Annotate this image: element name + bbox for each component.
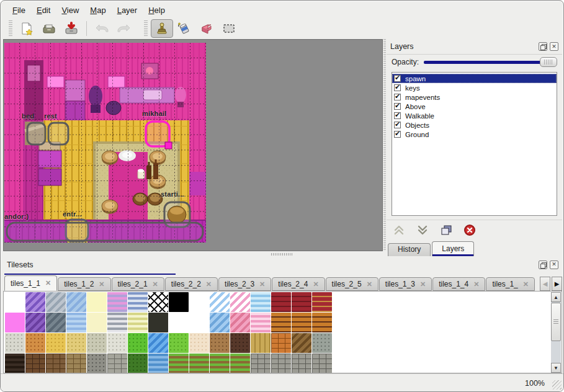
tile-0-15[interactable] [312,292,332,312]
tab-close-icon[interactable]: ✕ [45,279,51,287]
map-object-porch[interactable] [7,223,203,241]
horizontal-splitter[interactable] [3,252,383,257]
layer-visibility-checkbox[interactable] [394,103,401,110]
scroll-up-button[interactable]: ▲ [551,292,561,302]
layer-row-spawn[interactable]: spawn [392,74,557,83]
tile-0-1[interactable] [25,292,45,312]
tile-2-2[interactable] [46,333,66,353]
tileset-tab-tiles_2_4[interactable]: tiles_2_4✕ [272,277,325,291]
tile-1-9[interactable] [189,313,209,332]
tile-0-13[interactable] [271,292,291,312]
tile-1-1[interactable] [25,313,45,332]
layer-row-keys[interactable]: keys [392,83,557,92]
tile-1-11[interactable] [230,313,250,332]
map-object-mikhail[interactable] [146,122,172,149]
tile-1-8[interactable] [169,313,189,332]
tile-0-6[interactable] [128,292,148,312]
tile-2-3[interactable] [66,333,86,353]
tile-3-9[interactable] [189,354,209,373]
tab-close-icon[interactable]: ✕ [206,280,212,288]
new-file-button[interactable] [16,19,38,38]
tileset-tab-tiles_1_1[interactable]: tiles_1_1✕ [4,275,57,291]
tile-1-5[interactable] [107,313,127,332]
tab-close-icon[interactable]: ✕ [99,280,104,288]
map-object-bed[interactable] [27,123,45,145]
duplicate-layer-button[interactable] [439,223,454,238]
layer-row-Walkable[interactable]: Walkable [392,111,557,120]
layer-visibility-checkbox[interactable] [394,112,401,119]
stamp-tool-button[interactable] [151,19,173,38]
tile-0-11[interactable] [230,292,250,312]
redo-button[interactable] [113,19,135,38]
layer-row-Objects[interactable]: Objects [392,120,557,130]
tileset-tab-tiles_1_[interactable]: tiles_1_✕ [486,277,535,291]
menu-layer[interactable]: Layer [112,3,143,17]
tab-close-icon[interactable]: ✕ [313,280,318,288]
opacity-slider[interactable] [424,57,557,67]
layer-visibility-checkbox[interactable] [394,75,401,82]
tab-close-icon[interactable]: ✕ [259,280,265,288]
raise-layer-button[interactable] [392,223,406,238]
tile-2-7[interactable] [148,333,168,353]
tilesets-close-button[interactable]: ✕ [550,261,558,269]
tile-2-1[interactable] [25,333,45,353]
tilesets-float-button[interactable] [539,261,547,269]
menu-help[interactable]: Help [143,3,171,17]
tile-0-10[interactable] [210,292,230,312]
tile-2-6[interactable] [128,333,148,353]
fill-tool-button[interactable] [173,19,195,38]
resize-grip[interactable] [552,380,562,390]
tile-1-12[interactable] [251,313,271,332]
tab-close-icon[interactable]: ✕ [420,280,426,288]
tile-1-13[interactable] [271,313,291,332]
layer-row-Above[interactable]: Above [392,102,557,111]
tile-2-14[interactable] [292,333,311,353]
tile-1-4[interactable] [87,313,107,332]
tile-3-14[interactable] [292,354,311,373]
delete-layer-button[interactable] [462,223,477,238]
tile-2-11[interactable] [230,333,250,353]
tile-1-14[interactable] [292,313,311,332]
tile-3-5[interactable] [107,354,127,373]
tileset-tab-tiles_2_3[interactable]: tiles_2_3✕ [218,277,271,291]
dock-tab-layers[interactable]: Layers [432,241,474,256]
tile-1-6[interactable] [128,313,148,332]
tileset-view[interactable]: ▲ ▼ [3,291,562,373]
tile-0-14[interactable] [292,292,311,312]
tile-1-2[interactable] [46,313,66,332]
tile-1-0[interactable] [5,313,25,332]
layer-visibility-checkbox[interactable] [394,84,401,91]
undo-button[interactable] [91,19,113,38]
tab-close-icon[interactable]: ✕ [473,280,479,288]
tile-2-4[interactable] [87,333,107,353]
tile-3-3[interactable] [66,354,86,373]
layer-row-Ground[interactable]: Ground [392,130,557,139]
toolbar-grip-2[interactable] [144,20,148,37]
tileset-tab-tiles_1_3[interactable]: tiles_1_3✕ [379,277,432,291]
tile-1-15[interactable] [312,313,332,332]
tab-scroll-right-button[interactable]: ▶ [552,277,562,291]
tile-0-12[interactable] [251,292,271,312]
lower-layer-button[interactable] [415,223,430,238]
menu-file[interactable]: File [7,3,31,17]
layer-list[interactable]: spawnkeysmapeventsAboveWalkableObjectsGr… [392,72,557,216]
tile-3-11[interactable] [230,354,250,373]
tile-0-4[interactable] [87,292,107,312]
layer-row-mapevents[interactable]: mapevents [392,92,557,102]
tile-2-8[interactable] [169,333,189,353]
tile-2-9[interactable] [189,333,209,353]
tile-1-7[interactable] [148,313,168,332]
tile-2-5[interactable] [107,333,127,353]
tile-0-5[interactable] [107,292,127,312]
dock-tab-history[interactable]: History [388,243,431,256]
map-canvas[interactable]: bed rest mikhail andor:) entr... starti.… [4,43,206,243]
tile-0-0[interactable] [5,292,25,312]
tile-2-0[interactable] [5,333,25,353]
opacity-slider-handle[interactable] [540,57,557,67]
select-tool-button[interactable] [218,19,240,38]
tile-3-4[interactable] [87,354,107,373]
tile-0-3[interactable] [66,292,86,312]
close-button[interactable]: ✕ [550,42,558,51]
tile-3-0[interactable] [5,354,25,373]
tile-3-2[interactable] [46,354,66,373]
